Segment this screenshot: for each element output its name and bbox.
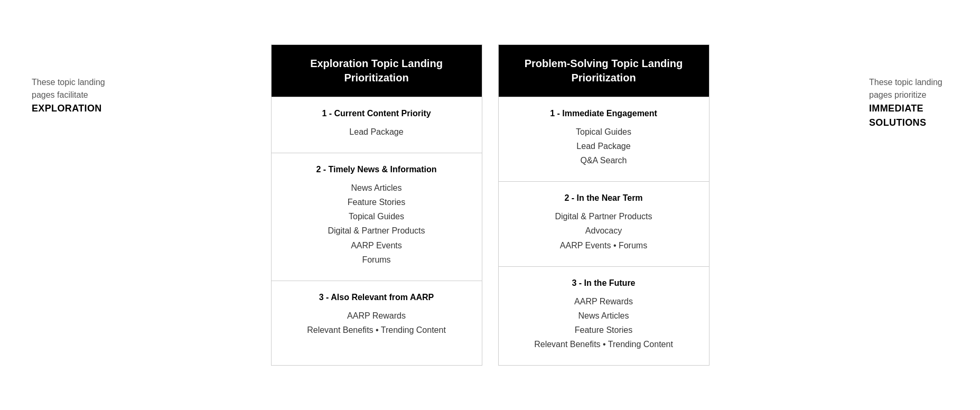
- right-label-emphasis: IMMEDIATE SOLUTIONS: [869, 101, 948, 130]
- problem-section-1-item-1: Lead Package: [509, 139, 698, 153]
- exploration-section-3: 3 - Also Relevant from AARP AARP Rewards…: [272, 281, 482, 351]
- exploration-section-2-item-3: Digital & Partner Products: [282, 223, 471, 238]
- exploration-section-1-item-0: Lead Package: [282, 125, 471, 139]
- problem-section-3-item-2: Feature Stories: [509, 323, 698, 337]
- right-label-intro: These topic landing pages prioritize: [869, 78, 942, 99]
- problem-section-3-title: 3 - In the Future: [509, 278, 698, 288]
- problem-section-2-item-0: Digital & Partner Products: [509, 209, 698, 223]
- exploration-table: Exploration Topic Landing Prioritization…: [271, 44, 482, 366]
- problem-section-3-item-1: News Articles: [509, 309, 698, 323]
- exploration-section-2: 2 - Timely News & Information News Artic…: [272, 153, 482, 281]
- problem-section-1-item-0: Topical Guides: [509, 125, 698, 139]
- left-side-label: These topic landing pages facilitate EXP…: [32, 44, 127, 116]
- problem-section-3: 3 - In the Future AARP Rewards News Arti…: [499, 266, 709, 366]
- exploration-section-2-item-4: AARP Events: [282, 238, 471, 253]
- exploration-section-3-item-0: AARP Rewards: [282, 309, 471, 323]
- exploration-section-2-title: 2 - Timely News & Information: [282, 165, 471, 174]
- page-wrapper: These topic landing pages facilitate EXP…: [0, 23, 980, 387]
- exploration-section-3-title: 3 - Also Relevant from AARP: [282, 293, 471, 302]
- problem-section-2-item-2: AARP Events • Forums: [509, 238, 698, 253]
- exploration-section-2-item-5: Forums: [282, 253, 471, 267]
- exploration-section-2-item-0: News Articles: [282, 181, 471, 195]
- exploration-section-1-title: 1 - Current Content Priority: [282, 109, 471, 118]
- exploration-table-header: Exploration Topic Landing Prioritization: [272, 45, 482, 97]
- exploration-section-2-item-2: Topical Guides: [282, 209, 471, 223]
- problem-section-2: 2 - In the Near Term Digital & Partner P…: [499, 181, 709, 266]
- problem-table-header: Problem-Solving Topic Landing Prioritiza…: [499, 45, 709, 97]
- exploration-section-1: 1 - Current Content Priority Lead Packag…: [272, 97, 482, 153]
- problem-section-3-item-0: AARP Rewards: [509, 294, 698, 309]
- left-label-emphasis: EXPLORATION: [32, 101, 127, 116]
- problem-section-2-item-1: Advocacy: [509, 223, 698, 238]
- problem-section-1-title: 1 - Immediate Engagement: [509, 109, 698, 118]
- problem-table: Problem-Solving Topic Landing Prioritiza…: [498, 44, 710, 366]
- problem-section-3-item-3: Relevant Benefits • Trending Content: [509, 337, 698, 351]
- exploration-section-3-item-1: Relevant Benefits • Trending Content: [282, 323, 471, 337]
- tables-container: Exploration Topic Landing Prioritization…: [127, 44, 853, 366]
- problem-section-1-item-2: Q&A Search: [509, 153, 698, 167]
- exploration-section-2-item-1: Feature Stories: [282, 195, 471, 209]
- right-side-label: These topic landing pages prioritize IMM…: [853, 44, 948, 130]
- problem-section-1: 1 - Immediate Engagement Topical Guides …: [499, 97, 709, 182]
- left-label-intro: These topic landing pages facilitate: [32, 78, 105, 99]
- problem-section-2-title: 2 - In the Near Term: [509, 193, 698, 203]
